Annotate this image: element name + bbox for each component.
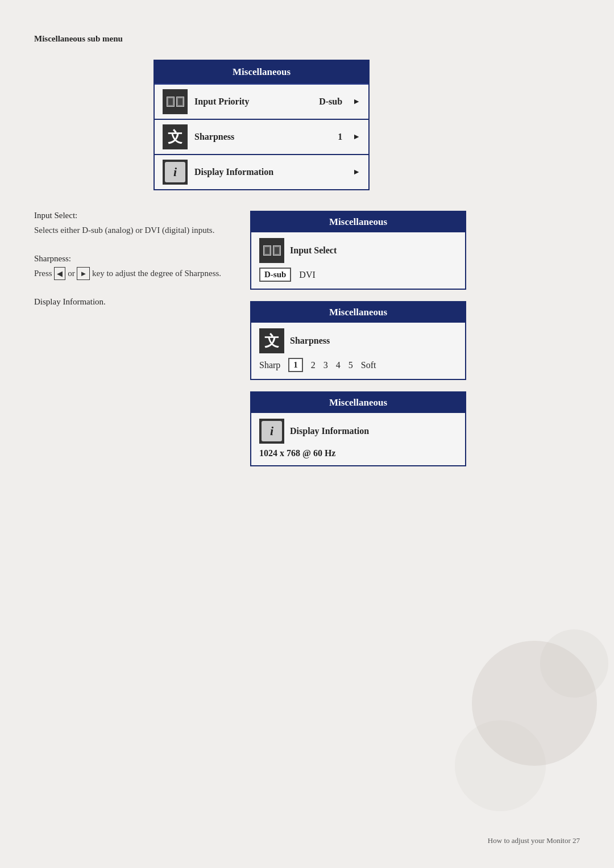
submenu-display-info-title: Miscellaneous — [251, 393, 465, 413]
submenu-display-info: Miscellaneous i Display Information 1024… — [250, 391, 466, 466]
desc-text-sharpness: Press ◀ or ► key to adjust the degree of… — [34, 267, 233, 281]
menu-value-input-priority: D-sub — [319, 97, 342, 107]
submenu-input-select: Miscellaneous Input Select D-sub — [250, 211, 466, 290]
menu-row-input-priority[interactable]: Input Priority D-sub ► — [155, 85, 368, 120]
option-dsub[interactable]: D-sub — [259, 268, 291, 282]
submenu-sharpness-options: Sharp 1 2 3 4 5 Soft — [259, 358, 457, 372]
submenu-display-info-text: Display Information — [290, 426, 369, 436]
arrow-right-icon-sharpness: ► — [352, 132, 360, 141]
submenu-input-select-label: Input Select — [259, 238, 457, 263]
submenu-display-info-icon: i — [259, 419, 284, 444]
desc-block-input-select: Input Select: Selects either D-sub (anal… — [34, 211, 233, 237]
submenu-input-select-options: D-sub DVI — [259, 268, 457, 282]
right-arrow-key: ► — [77, 267, 90, 281]
desc-block-sharpness: Sharpness: Press ◀ or ► key to adjust th… — [34, 254, 233, 281]
option-dvi[interactable]: DVI — [299, 270, 315, 280]
submenu-input-icon — [259, 238, 284, 263]
option-sharp-3[interactable]: 3 — [323, 360, 328, 370]
submenu-display-info-label: i Display Information — [259, 419, 457, 444]
arrow-right-icon-display: ► — [352, 168, 360, 177]
desc-title-display-info: Display Information. — [34, 297, 233, 307]
submenu-display-info-resolution: 1024 x 768 @ 60 Hz — [259, 448, 457, 458]
input-priority-icon — [163, 89, 188, 114]
submenu-sharpness-text: Sharpness — [290, 336, 330, 346]
desc-title-input-select: Input Select: — [34, 211, 233, 220]
desc-text-input-select: Selects either D-sub (analog) or DVI (di… — [34, 224, 233, 237]
menu-label-input-priority: Input Priority — [194, 97, 312, 107]
main-menu-box: Miscellaneous Input Priority D-sub ► 文 S… — [154, 60, 370, 190]
submenu-sharpness-icon: 文 — [259, 328, 284, 353]
menu-label-display-info: Display Information — [194, 167, 335, 177]
submenu-input-select-body: Input Select D-sub DVI — [251, 232, 465, 289]
menu-label-sharpness: Sharpness — [194, 132, 331, 142]
option-sharp-1[interactable]: 1 — [288, 358, 303, 372]
left-arrow-key: ◀ — [54, 267, 65, 281]
menu-row-display-info[interactable]: i Display Information ► — [155, 155, 368, 189]
submenu-input-select-title: Miscellaneous — [251, 212, 465, 232]
menu-row-sharpness[interactable]: 文 Sharpness 1 ► — [155, 120, 368, 155]
submenu-display-info-body: i Display Information 1024 x 768 @ 60 Hz — [251, 413, 465, 465]
option-sharp-5[interactable]: 5 — [349, 360, 353, 370]
arrow-right-icon: ► — [352, 97, 360, 106]
option-soft[interactable]: Soft — [361, 360, 376, 370]
desc-title-sharpness: Sharpness: — [34, 254, 233, 264]
page-note: How to adjust your Monitor 27 — [488, 836, 580, 845]
resolution-value: 1024 x 768 @ 60 Hz — [259, 448, 335, 458]
menu-value-sharpness: 1 — [338, 132, 342, 142]
submenu-sharpness: Miscellaneous 文 Sharpness Sharp 1 2 3 4 — [250, 301, 466, 380]
right-submenus: Miscellaneous Input Select D-sub — [250, 211, 580, 466]
submenu-sharpness-body: 文 Sharpness Sharp 1 2 3 4 5 Soft — [251, 323, 465, 379]
submenu-input-select-text: Input Select — [290, 245, 337, 256]
desc-block-display-info: Display Information. — [34, 297, 233, 307]
two-col-layout: Input Select: Selects either D-sub (anal… — [34, 211, 580, 466]
submenu-sharpness-title: Miscellaneous — [251, 302, 465, 323]
sharpness-icon: 文 — [163, 124, 188, 149]
main-menu-title: Miscellaneous — [155, 61, 368, 85]
left-descriptions: Input Select: Selects either D-sub (anal… — [34, 211, 233, 466]
submenu-sharpness-label: 文 Sharpness — [259, 328, 457, 353]
section-heading: Miscellaneous sub menu — [34, 34, 580, 44]
option-sharp-2[interactable]: 2 — [311, 360, 316, 370]
label-sharp: Sharp — [259, 360, 280, 370]
option-sharp-4[interactable]: 4 — [336, 360, 341, 370]
display-info-icon: i — [163, 160, 188, 185]
